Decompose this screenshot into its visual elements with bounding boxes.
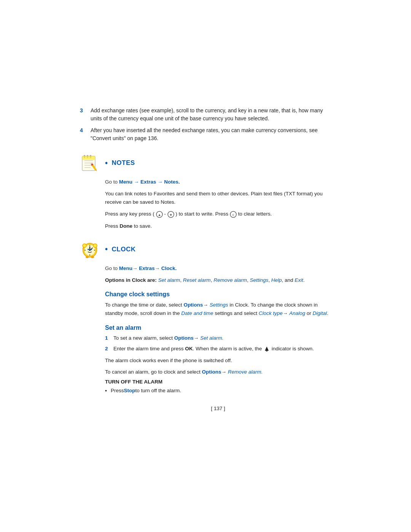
svg-marker-36 (265, 347, 269, 351)
alarm-note2: To cancel an alarm, go to clock and sele… (105, 368, 331, 376)
clock-menu: Menu (119, 265, 132, 271)
clock-section-header: • CLOCK (80, 240, 331, 259)
alarm-options-label: Options (174, 335, 194, 341)
clock-icon (80, 240, 100, 259)
change-options-label: Options (183, 302, 203, 308)
change-clock-type-label: Clock type (259, 310, 283, 316)
set-alarm-heading: Set an alarm (80, 324, 331, 331)
alarm-step-2-num: 2 (105, 345, 113, 353)
svg-text:▲: ▲ (158, 213, 161, 217)
alarm-step-1-text: To set a new alarm, select Options→ Set … (113, 334, 224, 342)
turn-off-item: Press Stop to turn off the alarm. (105, 387, 331, 395)
svg-point-35 (91, 249, 92, 250)
clock-reset-alarm: Reset alarm (183, 277, 211, 283)
alarm-step-2: 2 Enter the alarm time and press OK. Whe… (105, 345, 331, 353)
notes-body-text2: Press any key press ( ▲ - ★ ) to start t… (105, 210, 331, 218)
notes-body-text1: You can link notes to Favorites and send… (105, 190, 331, 206)
clock-title-text: CLOCK (112, 246, 136, 253)
item-4-text: After you have inserted all the needed e… (91, 126, 331, 142)
item-3-number: 3 (80, 107, 91, 123)
clock-exit: Exit (295, 277, 303, 283)
change-clock-body: To change the time or date, select Optio… (80, 301, 331, 317)
clock-help: Help (271, 277, 282, 283)
change-date-time-label: Date and time (181, 310, 213, 316)
page-number-value: 137 (214, 406, 223, 411)
item-4-number: 4 (80, 126, 91, 142)
svg-point-28 (83, 244, 86, 248)
notes-arrow1: → (132, 179, 140, 185)
notes-done-label: Done (119, 223, 132, 229)
svg-rect-8 (82, 156, 95, 160)
notes-section-header: • NOTES (80, 153, 331, 173)
notes-arrow2: → (156, 179, 164, 185)
notes-menu: Menu (119, 179, 132, 185)
svg-point-34 (88, 249, 89, 250)
content-area: 3 Add exchange rates (see example), scro… (57, 0, 354, 449)
cancel-options-label: Options (202, 369, 221, 375)
notes-nav-path: Go to Menu → Extras → Notes. (105, 178, 331, 186)
key-symbol-right: ★ (167, 211, 174, 218)
change-digital-label: Digital (313, 310, 327, 316)
notes-title: • NOTES (105, 159, 135, 168)
clock-settings: Settings (250, 277, 268, 283)
clock-set-alarm: Set alarm (158, 277, 180, 283)
notes-icon (80, 153, 100, 173)
svg-point-30 (93, 244, 97, 248)
svg-point-32 (86, 256, 89, 258)
alarm-step-2-text: Enter the alarm time and press OK. When … (113, 345, 314, 353)
notes-link: Notes. (164, 179, 180, 185)
alarm-note1: The alarm clock works even if the phone … (105, 356, 331, 365)
notes-body: Go to Menu → Extras → Notes. You can lin… (80, 178, 331, 230)
clock-body: Go to Menu→ Extras→ Clock. Options in Cl… (80, 265, 331, 284)
clock-title: • CLOCK (105, 245, 135, 254)
key-symbol-left: ▲ (156, 211, 163, 218)
svg-text:c: c (233, 213, 234, 217)
change-clock-heading: Change clock settings (80, 291, 331, 298)
turn-off-heading: TURN OFF THE ALARM (105, 379, 331, 385)
notes-extras: Extras (140, 179, 156, 185)
turn-off-list: Press Stop to turn off the alarm. (105, 387, 331, 395)
alarm-ok-label: OK (185, 346, 193, 351)
top-numbered-list: 3 Add exchange rates (see example), scro… (80, 107, 331, 142)
alarm-set-label: Set alarm. (200, 335, 224, 341)
page-number: [ 137 ] (80, 406, 331, 411)
change-clock-text: To change the time or date, select Optio… (105, 301, 331, 317)
clock-extras: Extras (139, 265, 155, 271)
change-analog-label: Analog (289, 310, 305, 316)
change-settings-label: Settings (210, 302, 228, 308)
clock-options-text: Options in Clock are: Set alarm, Reset a… (105, 276, 331, 284)
notes-title-text: NOTES (112, 159, 135, 167)
clock-options-label: Options in Clock are: (105, 277, 157, 283)
clock-arrow2: → (155, 265, 161, 271)
svg-point-33 (91, 256, 94, 258)
notes-body-text3: Press Done to save. (105, 222, 331, 230)
alarm-step-1-num: 1 (105, 334, 113, 342)
alarm-numbered-list: 1 To set a new alarm, select Options→ Se… (105, 334, 331, 353)
clock-nav-prefix: Go to (105, 265, 119, 271)
clock-link: Clock. (161, 265, 177, 271)
svg-text:★: ★ (169, 213, 172, 217)
clock-nav-path: Go to Menu→ Extras→ Clock. (105, 265, 331, 272)
stop-label: Stop (124, 387, 135, 395)
cancel-remove-label: Remove alarm. (228, 369, 263, 375)
item-3-text: Add exchange rates (see example), scroll… (91, 107, 331, 123)
svg-point-27 (89, 249, 91, 251)
notes-nav-prefix: Go to (105, 179, 119, 185)
alarm-step-1: 1 To set a new alarm, select Options→ Se… (105, 334, 331, 342)
alarm-active-icon (264, 346, 269, 351)
clock-remove-alarm: Remove alarm (213, 277, 247, 283)
set-alarm-body: 1 To set a new alarm, select Options→ Se… (80, 334, 331, 395)
clear-key-symbol: c (230, 211, 237, 218)
numbered-item-3: 3 Add exchange rates (see example), scro… (80, 107, 331, 123)
clock-arrow1: → (132, 265, 139, 271)
page: 3 Add exchange rates (see example), scro… (0, 0, 411, 532)
numbered-item-4: 4 After you have inserted all the needed… (80, 126, 331, 142)
